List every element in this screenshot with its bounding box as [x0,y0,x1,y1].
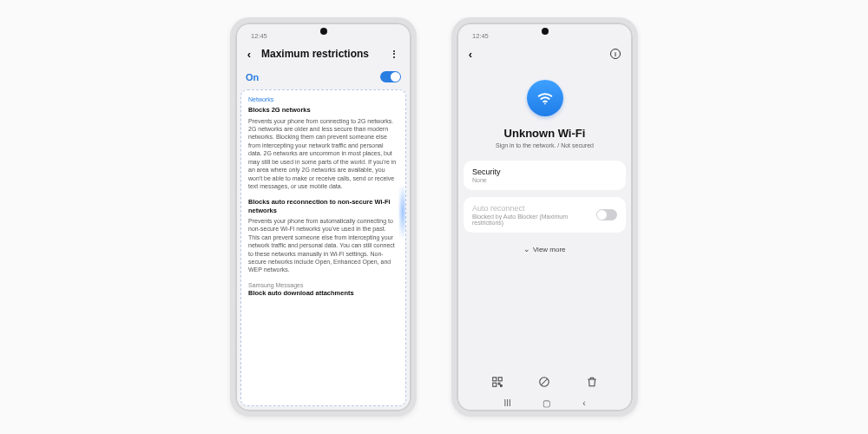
block-wifi-title: Blocks auto reconnection to non-secure W… [248,198,398,215]
auto-reconnect-label: Auto reconnect [472,204,596,213]
svg-rect-3 [493,383,496,386]
android-navbar: III ▢ ‹ [464,395,626,411]
page-title: Maximum restrictions [261,48,382,60]
wifi-hero: Unknown Wi-Fi Sign in to the network. / … [464,66,626,161]
qr-icon [491,376,503,388]
svg-point-0 [544,103,546,105]
block-button[interactable] [536,374,552,390]
back-button[interactable]: ‹ [242,47,256,61]
auto-reconnect-card: Auto reconnect Blocked by Auto Blocker (… [464,197,626,233]
chevron-left-icon: ‹ [247,48,251,61]
back-button[interactable]: ‹ [464,47,477,61]
nav-recents[interactable]: III [503,398,510,408]
section-messages-label: Samsung Messages [248,281,398,289]
toggle-label: On [246,72,380,82]
more-vertical-icon [393,50,395,58]
nav-back[interactable]: ‹ [582,398,585,408]
auto-reconnect-value: Blocked by Auto Blocker (Maximum restric… [472,214,596,226]
clock: 12:45 [251,32,267,40]
phone-left: 12:45 ‹ Maximum restrictions On Networks… [230,17,417,417]
block-wifi-auto: Blocks auto reconnection to non-secure W… [248,198,398,274]
restrictions-list[interactable]: Networks Blocks 2G networks Prevents you… [240,89,406,406]
wifi-icon [536,89,555,108]
wifi-icon-badge [527,80,563,116]
clock: 12:45 [472,32,489,40]
wifi-detail-content: Unknown Wi-Fi Sign in to the network. / … [457,66,633,411]
security-value: None [472,177,617,183]
front-camera [542,28,549,35]
page-header: ‹ i [457,40,633,66]
scrollbar-thumb[interactable] [398,186,406,238]
svg-line-7 [542,379,548,385]
info-icon: i [610,49,621,59]
delete-button[interactable] [584,374,600,390]
svg-rect-4 [498,383,500,385]
block-2g-title: Blocks 2G networks [248,106,398,115]
qr-button[interactable] [490,374,505,390]
block-icon [538,376,550,388]
view-more-button[interactable]: View more [464,240,626,259]
bottom-actions [464,365,626,395]
front-camera [320,28,327,35]
toggle-switch[interactable] [380,71,401,82]
phone-right: 12:45 ‹ i Unknown Wi-Fi Sign in to the n… [451,17,638,417]
nav-home[interactable]: ▢ [542,398,550,408]
svg-rect-2 [498,378,502,381]
svg-rect-1 [493,378,496,381]
info-button[interactable]: i [608,47,622,61]
auto-reconnect-toggle [596,209,617,220]
block-attachments-title: Block auto download attachments [248,289,398,298]
network-subtitle: Sign in to the network. / Not secured [496,142,594,148]
trash-icon [586,376,598,388]
network-name: Unknown Wi-Fi [504,127,586,140]
block-2g: Blocks 2G networks Prevents your phone f… [248,106,398,190]
security-card[interactable]: Security None [464,161,626,190]
chevron-left-icon: ‹ [469,48,472,61]
svg-rect-5 [501,385,503,387]
page-header: ‹ Maximum restrictions [235,40,411,66]
section-networks-label: Networks [248,95,398,103]
block-2g-body: Prevents your phone from connecting to 2… [248,117,398,191]
more-button[interactable] [387,47,401,61]
block-wifi-body: Prevents your phone from automatically c… [248,217,398,274]
master-toggle-row[interactable]: On [235,66,411,89]
security-label: Security [472,168,617,176]
